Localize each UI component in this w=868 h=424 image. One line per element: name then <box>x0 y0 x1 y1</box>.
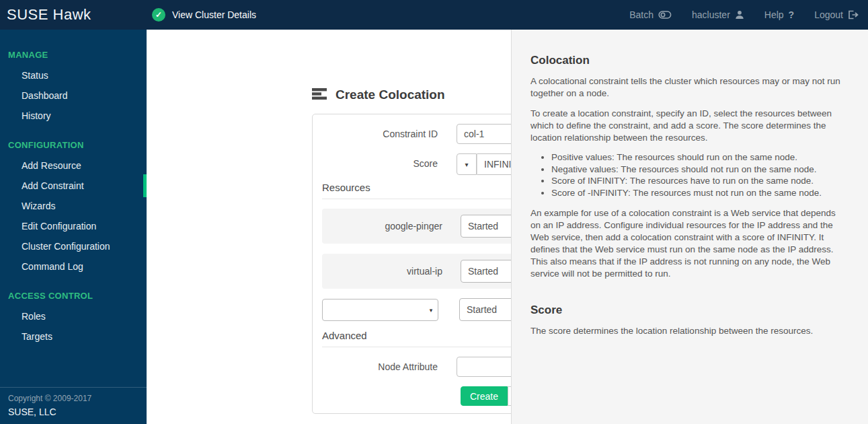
sidebar-item-roles[interactable]: Roles <box>0 306 147 326</box>
help-paragraph: To create a location constraint, specify… <box>530 108 848 144</box>
score-label: Score <box>313 158 438 169</box>
help-menu-item[interactable]: Help ? <box>764 9 794 20</box>
sidebar-item-wizards[interactable]: Wizards <box>0 196 147 216</box>
logout-icon <box>848 10 859 20</box>
resources-section-label: Resources <box>322 182 370 193</box>
colocation-bars-icon <box>312 88 327 102</box>
question-icon: ? <box>789 9 795 20</box>
help-score-title: Score <box>530 304 848 317</box>
sidebar-item-add-resource[interactable]: Add Resource <box>0 155 147 176</box>
new-resource-select[interactable]: ▾ <box>322 299 438 321</box>
section-title-access-control: ACCESS CONTROL <box>0 285 147 306</box>
logout-menu-item[interactable]: Logout <box>814 9 859 20</box>
sidebar-item-edit-configuration[interactable]: Edit Configuration <box>0 216 147 236</box>
list-item: Positive values: The resources should ru… <box>551 151 848 164</box>
resource-name: google-pinger <box>328 221 461 232</box>
list-item: Score of INFINITY: The resources have to… <box>551 175 848 187</box>
batch-toggle-icon <box>658 10 672 20</box>
advanced-section-label: Advanced <box>322 330 367 341</box>
caret-down-icon: ▾ <box>424 299 438 320</box>
brand-logo[interactable]: SUSE Hawk <box>7 6 148 24</box>
sidebar-footer: Copyright © 2009-2017 SUSE, LLC <box>0 387 147 424</box>
caret-down-icon: ▾ <box>465 161 468 168</box>
view-cluster-details-link[interactable]: ✓ View Cluster Details <box>152 8 256 22</box>
create-button[interactable]: Create <box>461 386 508 406</box>
help-colocation-title: Colocation <box>530 54 848 67</box>
sidebar-item-command-log[interactable]: Command Log <box>0 256 147 277</box>
view-cluster-details-label: View Cluster Details <box>172 9 256 20</box>
sidebar-item-add-constraint[interactable]: Add Constraint <box>0 176 147 196</box>
topbar-menu: Batch hacluster Help ? Logout <box>629 9 859 20</box>
sidebar-item-status[interactable]: Status <box>0 65 147 85</box>
score-values-list: Positive values: The resources should ru… <box>530 151 848 199</box>
sidebar-item-dashboard[interactable]: Dashboard <box>0 85 147 106</box>
help-paragraph: The score determines the location relati… <box>530 325 848 337</box>
sidebar: MANAGE Status Dashboard History CONFIGUR… <box>0 30 147 424</box>
company-text: SUSE, LLC <box>8 407 139 417</box>
user-menu-item[interactable]: hacluster <box>692 9 744 20</box>
help-paragraph: A colocational constraint tells the clus… <box>530 75 848 100</box>
batch-menu-item[interactable]: Batch <box>629 9 672 20</box>
cluster-ok-check-icon: ✓ <box>152 8 165 22</box>
section-title-configuration: CONFIGURATION <box>0 135 147 155</box>
help-paragraph: An example for use of a colocation const… <box>530 207 848 280</box>
help-panel: Colocation A colocational constraint tel… <box>511 30 868 424</box>
user-icon <box>735 10 744 20</box>
copyright-text: Copyright © 2009-2017 <box>8 394 139 403</box>
page-title-text: Create Colocation <box>336 87 445 102</box>
resource-name: virtual-ip <box>328 266 461 277</box>
constraint-id-label: Constraint ID <box>313 129 438 139</box>
sidebar-item-history[interactable]: History <box>0 106 147 126</box>
node-attribute-label: Node Attribute <box>313 361 438 372</box>
list-item: Negative values: The resources should no… <box>551 164 848 176</box>
top-bar: SUSE Hawk ✓ View Cluster Details Batch h… <box>0 0 868 30</box>
page-title: Create Colocation <box>312 87 445 102</box>
sidebar-item-cluster-configuration[interactable]: Cluster Configuration <box>0 236 147 256</box>
app-window: SUSE Hawk ✓ View Cluster Details Batch h… <box>0 0 868 424</box>
section-title-manage: MANAGE <box>0 44 147 65</box>
sidebar-item-targets[interactable]: Targets <box>0 326 147 347</box>
score-dropdown-toggle[interactable]: ▾ <box>457 153 477 175</box>
list-item: Score of -INFINITY: The resources must n… <box>551 187 848 199</box>
